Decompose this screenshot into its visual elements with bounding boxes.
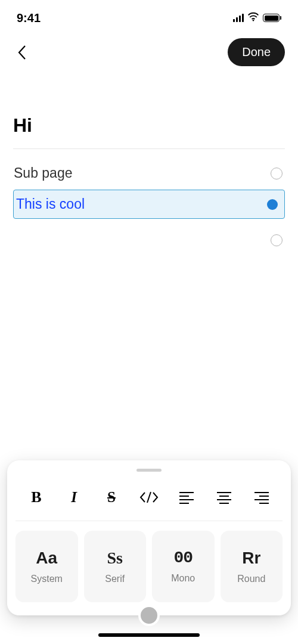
list-item-label: Sub page	[14, 165, 72, 181]
italic-button[interactable]: I	[60, 487, 88, 507]
status-time: 9:41	[17, 11, 41, 25]
font-sample: Ss	[107, 549, 123, 568]
font-label: Mono	[171, 573, 195, 584]
font-label: System	[31, 574, 63, 584]
nav-bar: Done	[0, 30, 298, 75]
list-item-empty[interactable]	[13, 225, 285, 246]
page-title-block[interactable]: Hi	[13, 75, 285, 149]
home-indicator[interactable]	[98, 633, 200, 637]
svg-line-1	[147, 492, 151, 503]
list-item-active[interactable]: This is cool	[13, 190, 285, 219]
font-label: Serif	[105, 574, 125, 584]
page-title: Hi	[13, 114, 285, 137]
radio-unchecked-icon[interactable]	[271, 168, 283, 179]
font-option-round[interactable]: Rr Round	[221, 531, 283, 602]
font-label: Round	[237, 574, 265, 584]
font-sample: Rr	[242, 549, 260, 568]
cellular-icon	[233, 14, 244, 22]
wifi-icon	[247, 12, 259, 24]
radio-checked-icon[interactable]	[267, 199, 278, 210]
back-button[interactable]	[13, 44, 31, 61]
status-icons	[233, 12, 282, 24]
font-grid: Aa System Ss Serif 00 Mono Rr Round	[15, 521, 283, 602]
code-button[interactable]	[135, 487, 163, 507]
font-sample: Aa	[36, 549, 57, 568]
battery-icon	[263, 14, 281, 22]
font-option-serif[interactable]: Ss Serif	[84, 531, 147, 602]
formatting-panel: B I S Aa System Ss Serif	[7, 460, 291, 615]
done-button[interactable]: Done	[228, 38, 285, 66]
list-item-label: This is cool	[16, 196, 85, 212]
format-toolbar: B I S	[15, 480, 283, 521]
bold-button[interactable]: B	[23, 487, 50, 507]
assistant-orb[interactable]	[138, 605, 160, 626]
font-option-mono[interactable]: 00 Mono	[152, 531, 215, 602]
align-right-button[interactable]	[248, 487, 275, 507]
drag-handle[interactable]	[136, 469, 162, 472]
status-bar: 9:41	[0, 0, 298, 30]
list-item[interactable]: Sub page	[13, 164, 285, 182]
strikethrough-button[interactable]: S	[98, 487, 125, 507]
align-left-button[interactable]	[173, 487, 200, 507]
radio-unchecked-icon[interactable]	[271, 234, 283, 246]
align-center-button[interactable]	[210, 487, 238, 507]
font-option-system[interactable]: Aa System	[15, 531, 78, 602]
svg-point-0	[253, 20, 254, 21]
font-sample: 00	[173, 549, 193, 567]
